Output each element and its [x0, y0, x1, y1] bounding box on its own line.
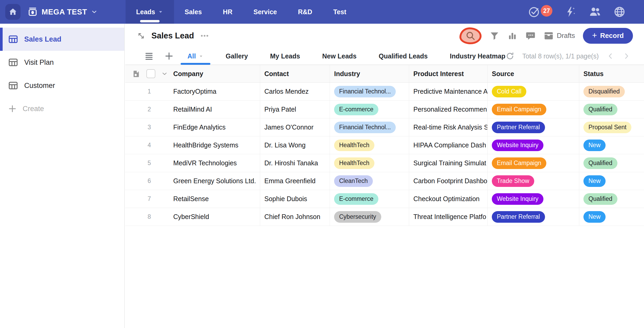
- nav-tab-test[interactable]: Test: [323, 0, 357, 24]
- view-tab-qualified-leads[interactable]: Qualified Leads: [379, 48, 428, 65]
- view-list-menu-icon[interactable]: [144, 51, 154, 61]
- chevron-down-icon[interactable]: [161, 70, 168, 77]
- view-tab-all[interactable]: All: [187, 48, 204, 65]
- company-cell[interactable]: 7 RetailSense: [125, 190, 260, 208]
- select-all-checkbox[interactable]: [146, 69, 155, 78]
- company-cell[interactable]: 2 RetailMind AI: [125, 101, 260, 118]
- company-cell[interactable]: 1 FactoryOptima: [125, 83, 260, 100]
- table-row[interactable]: 5 MediVR Technologies Dr. Hiroshi Tanaka…: [125, 154, 644, 172]
- source-cell[interactable]: Partner Referral: [488, 118, 579, 136]
- column-label: Product Interest: [413, 70, 464, 78]
- source-cell[interactable]: Website Inquiry: [488, 190, 579, 208]
- status-cell[interactable]: Qualified: [579, 154, 644, 172]
- save-view-icon[interactable]: [132, 69, 141, 78]
- industry-cell[interactable]: HealthTech: [330, 154, 409, 172]
- source-tag: Partner Referral: [492, 122, 545, 133]
- automation-button[interactable]: [564, 6, 577, 18]
- status-cell[interactable]: Disqualified: [579, 83, 644, 100]
- product-interest-cell[interactable]: HIPAA Compliance Dash: [409, 136, 488, 154]
- table-row[interactable]: 3 FinEdge Analytics James O'Connor Finan…: [125, 118, 644, 136]
- source-cell[interactable]: Partner Referral: [488, 208, 579, 226]
- product-interest-cell[interactable]: Threat Intelligence Platfo: [409, 208, 488, 226]
- industry-cell[interactable]: CleanTech: [330, 172, 409, 190]
- company-cell[interactable]: 6 Green Energy Solutions Ltd.: [125, 172, 260, 190]
- status-cell[interactable]: New: [579, 136, 644, 154]
- status-cell[interactable]: Qualified: [579, 190, 644, 208]
- sidebar-create-table[interactable]: Create: [0, 97, 124, 120]
- nav-tab-leads[interactable]: Leads: [126, 0, 174, 24]
- source-cell[interactable]: Cold Call: [488, 83, 579, 100]
- status-cell[interactable]: New: [579, 208, 644, 226]
- contact-cell[interactable]: Emma Greenfield: [260, 172, 330, 190]
- product-interest-cell[interactable]: Checkout Optimization: [409, 190, 488, 208]
- drafts-button[interactable]: Drafts: [544, 31, 575, 41]
- company-cell[interactable]: 3 FinEdge Analytics: [125, 118, 260, 136]
- nav-tab-hr[interactable]: HR: [212, 0, 243, 24]
- company-cell[interactable]: 5 MediVR Technologies: [125, 154, 260, 172]
- contact-cell[interactable]: James O'Connor: [260, 118, 330, 136]
- home-button[interactable]: [5, 4, 21, 20]
- product-interest-cell[interactable]: Predictive Maintenance A: [409, 83, 488, 100]
- language-button[interactable]: [613, 6, 626, 18]
- product-interest-value: Carbon Footprint Dashbo: [413, 177, 487, 185]
- sidebar-table-customer[interactable]: Customer: [0, 74, 124, 97]
- product-interest-cell[interactable]: Real-time Risk Analysis S: [409, 118, 488, 136]
- search-button[interactable]: [465, 30, 476, 41]
- contact-cell[interactable]: Dr. Hiroshi Tanaka: [260, 154, 330, 172]
- add-view-button[interactable]: [164, 51, 174, 61]
- product-interest-cell[interactable]: Carbon Footprint Dashbo: [409, 172, 488, 190]
- add-record-button[interactable]: + Record: [583, 28, 633, 44]
- status-cell[interactable]: Qualified: [579, 101, 644, 118]
- filter-button[interactable]: [489, 31, 499, 41]
- view-tab-label: Qualified Leads: [379, 52, 428, 60]
- industry-cell[interactable]: E-commerce: [330, 190, 409, 208]
- contact-cell[interactable]: Sophie Dubois: [260, 190, 330, 208]
- table-row[interactable]: 6 Green Energy Solutions Ltd. Emma Green…: [125, 172, 644, 190]
- source-cell[interactable]: Email Campaign: [488, 101, 579, 118]
- contact-cell[interactable]: Priya Patel: [260, 101, 330, 118]
- workspace-switcher[interactable]: MEGA TEST: [27, 7, 98, 17]
- collaborators-button[interactable]: [589, 6, 601, 18]
- industry-cell[interactable]: HealthTech: [330, 136, 409, 154]
- industry-cell[interactable]: Financial Technol...: [330, 83, 409, 100]
- drafts-label: Drafts: [557, 32, 575, 40]
- view-tab-gallery[interactable]: Gallery: [226, 48, 248, 65]
- view-tab-my-leads[interactable]: My Leads: [270, 48, 300, 65]
- chart-button[interactable]: [507, 31, 517, 41]
- product-interest-cell[interactable]: Personalized Recommen: [409, 101, 488, 118]
- table-row[interactable]: 8 CyberShield Chief Ron Johnson Cybersec…: [125, 208, 644, 226]
- refresh-icon[interactable]: [506, 52, 514, 61]
- expand-diagonal-icon[interactable]: [137, 31, 146, 40]
- contact-cell[interactable]: Chief Ron Johnson: [260, 208, 330, 226]
- industry-cell[interactable]: Financial Technol...: [330, 118, 409, 136]
- nav-tab-sales[interactable]: Sales: [174, 0, 212, 24]
- view-tab-industry-heatmap[interactable]: Industry Heatmap: [450, 48, 505, 65]
- status-cell[interactable]: Proposal Sent: [579, 118, 644, 136]
- source-cell[interactable]: Website Inquiry: [488, 136, 579, 154]
- nav-tab-r-d[interactable]: R&D: [288, 0, 323, 24]
- contact-cell[interactable]: Carlos Mendez: [260, 83, 330, 100]
- status-cell[interactable]: New: [579, 172, 644, 190]
- sidebar-table-sales-lead[interactable]: Sales Lead: [0, 28, 124, 51]
- table-row[interactable]: 1 FactoryOptima Carlos Mendez Financial …: [125, 83, 644, 101]
- prev-page-icon[interactable]: [607, 52, 615, 60]
- company-cell[interactable]: 4 HealthBridge Systems: [125, 136, 260, 154]
- sidebar-table-visit-plan[interactable]: Visit Plan: [0, 51, 124, 74]
- view-tab-new-leads[interactable]: New Leads: [322, 48, 357, 65]
- industry-cell[interactable]: E-commerce: [330, 101, 409, 118]
- comments-button[interactable]: [525, 31, 536, 41]
- table-row[interactable]: 2 RetailMind AI Priya Patel E-commerce P…: [125, 101, 644, 118]
- table-row[interactable]: 7 RetailSense Sophie Dubois E-commerce C…: [125, 190, 644, 208]
- contact-value: Dr. Lisa Wong: [264, 141, 306, 149]
- product-interest-cell[interactable]: Surgical Training Simulat: [409, 154, 488, 172]
- table-row[interactable]: 4 HealthBridge Systems Dr. Lisa Wong Hea…: [125, 136, 644, 154]
- source-cell[interactable]: Email Campaign: [488, 154, 579, 172]
- contact-cell[interactable]: Dr. Lisa Wong: [260, 136, 330, 154]
- industry-cell[interactable]: Cybersecurity: [330, 208, 409, 226]
- more-menu-icon[interactable]: [200, 31, 209, 41]
- next-page-icon[interactable]: [622, 52, 630, 60]
- source-cell[interactable]: Trade Show: [488, 172, 579, 190]
- tasks-button[interactable]: 27: [528, 6, 552, 18]
- nav-tab-service[interactable]: Service: [243, 0, 288, 24]
- company-cell[interactable]: 8 CyberShield: [125, 208, 260, 226]
